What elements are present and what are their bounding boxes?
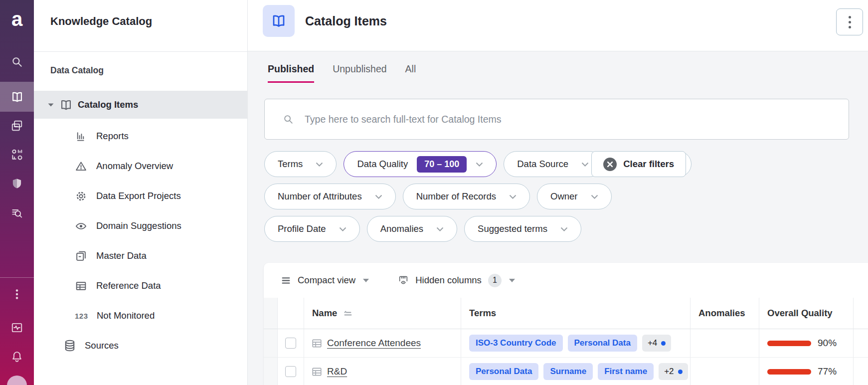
view-mode-dropdown[interactable]: Compact view: [281, 275, 369, 286]
row-gutter: [264, 329, 278, 358]
header-name: Name: [304, 298, 461, 329]
term-badge[interactable]: Surname: [543, 363, 593, 380]
tab-all[interactable]: All: [405, 63, 416, 83]
compact-list-icon: [281, 276, 291, 285]
rail-monitoring-item[interactable]: [0, 316, 34, 340]
catalog-item-link[interactable]: R&D: [327, 366, 347, 377]
rail-data-quality-item[interactable]: [0, 201, 34, 225]
tab-published[interactable]: Published: [268, 63, 314, 83]
filter-profile-date[interactable]: Profile Date: [264, 216, 360, 242]
rail-search-item[interactable]: [0, 50, 34, 74]
search-input[interactable]: [305, 114, 849, 125]
row-gutter: [264, 358, 278, 385]
catalog-table-card: Compact view Hidden columns 1: [264, 263, 868, 385]
sidebar-item-catalog-items[interactable]: Catalog Items: [34, 91, 248, 119]
hidden-columns-label: Hidden columns: [415, 275, 482, 286]
row-anomalies-cell: [691, 358, 759, 385]
open-book-icon: [59, 98, 73, 112]
kebab-menu-icon: [10, 288, 23, 301]
filter-owner[interactable]: Owner: [537, 184, 612, 209]
header-checkbox: [278, 298, 304, 329]
filter-number-of-attributes[interactable]: Number of Attributes: [264, 184, 396, 209]
app-logo[interactable]: a: [0, 6, 34, 32]
sidebar-item-not-monitored[interactable]: 123 Not Monitored: [34, 305, 248, 327]
table-row[interactable]: Conference Attendees ISO-3 Country Code …: [264, 329, 868, 358]
header-extra: [854, 298, 868, 329]
filter-data-source[interactable]: Data Source: [504, 151, 602, 177]
filter-data-quality[interactable]: Data Quality 70 – 100: [344, 151, 497, 177]
hidden-columns-count: 1: [488, 274, 502, 287]
sidebar-item-label: Anomaly Overview: [96, 161, 173, 172]
chevron-down-icon: [375, 194, 382, 199]
catalog-item-link[interactable]: Conference Attendees: [327, 338, 421, 349]
rail-policies-item[interactable]: [0, 172, 34, 195]
column-label: Anomalies: [698, 308, 745, 319]
sidebar-item-data-export-projects[interactable]: Data Export Projects: [34, 185, 248, 207]
search-rules-icon: [10, 207, 23, 220]
term-badge[interactable]: ISO-3 Country Code: [469, 335, 563, 352]
sidebar-item-sources[interactable]: Sources: [34, 335, 248, 357]
chevron-down-icon: [476, 162, 483, 167]
rail-notifications-item[interactable]: [0, 345, 34, 369]
header-terms: Terms: [461, 298, 691, 329]
numbers-123-icon: 123: [75, 312, 88, 320]
sidebar-item-anomaly-overview[interactable]: Anomaly Overview: [34, 155, 248, 177]
filter-value-badge: 70 – 100: [417, 156, 467, 173]
row-anomalies-cell: [691, 329, 759, 358]
page-header: Catalog Items: [248, 0, 868, 51]
filter-label: Suggested terms: [478, 223, 547, 234]
clear-filters-button[interactable]: Clear filters: [591, 151, 686, 177]
chevron-down-icon: [591, 194, 598, 199]
module-sidebar: Knowledge Catalog Data Catalog Catalog I…: [34, 0, 248, 385]
page-actions-button[interactable]: [836, 8, 863, 35]
rail-divider: [0, 277, 34, 278]
rail-more-item[interactable]: [0, 282, 34, 306]
chevron-down-icon: [560, 227, 568, 231]
filter-anomalies[interactable]: Anomalies: [367, 216, 457, 242]
rail-business-glossary-item[interactable]: [0, 143, 34, 167]
more-terms-badge[interactable]: +4: [642, 335, 671, 352]
sidebar-item-reports[interactable]: Reports: [34, 125, 248, 147]
sort-icon[interactable]: [344, 310, 354, 317]
filter-row-2: Number of Attributes Number of Records O…: [264, 184, 692, 209]
sidebar-item-label: Master Data: [96, 250, 147, 261]
table-row[interactable]: R&D Personal Data Surname First name +2 …: [264, 358, 868, 385]
open-book-icon: [271, 13, 287, 29]
database-icon: [63, 339, 77, 353]
filter-label: Anomalies: [380, 223, 423, 234]
more-terms-badge[interactable]: +2: [659, 363, 688, 380]
row-quality-cell: 90%: [759, 329, 854, 358]
term-badge[interactable]: Personal Data: [568, 335, 637, 352]
term-badge[interactable]: Personal Data: [469, 363, 538, 380]
table-toolbar: Compact view Hidden columns 1: [264, 263, 868, 298]
sidebar-item-reference-data[interactable]: Reference Data: [34, 275, 248, 297]
filter-number-of-records[interactable]: Number of Records: [403, 184, 530, 209]
header-gutter: [264, 298, 278, 329]
user-avatar[interactable]: [7, 376, 27, 385]
chevron-down-icon: [436, 227, 444, 231]
search-icon: [10, 55, 23, 68]
sidebar-item-master-data[interactable]: Master Data: [34, 245, 248, 267]
row-extra-cell: [854, 358, 868, 385]
header-overall-quality: Overall Quality: [759, 298, 854, 329]
row-extra-cell: [854, 329, 868, 358]
hidden-columns-dropdown[interactable]: Hidden columns 1: [398, 274, 515, 287]
tab-unpublished[interactable]: Unpublished: [333, 63, 386, 83]
chevron-down-icon[interactable]: [47, 103, 54, 107]
dropdown-arrow-icon: [363, 279, 369, 282]
rail-documents-item[interactable]: [0, 114, 34, 138]
row-checkbox[interactable]: [285, 338, 296, 349]
sidebar-item-domain-suggestions[interactable]: Domain Suggestions: [34, 215, 248, 237]
sidebar-item-label: Reference Data: [96, 280, 161, 291]
monitor-pulse-icon: [10, 321, 23, 334]
quality-bar: [767, 341, 811, 346]
chevron-down-icon: [316, 162, 323, 167]
row-checkbox[interactable]: [285, 366, 296, 377]
gear-icon: [75, 190, 87, 202]
term-badge[interactable]: First name: [598, 363, 654, 380]
chevron-down-icon: [339, 227, 347, 231]
filter-suggested-terms[interactable]: Suggested terms: [464, 216, 581, 242]
rail-catalog-item[interactable]: [0, 82, 34, 112]
shield-icon: [10, 177, 23, 190]
filter-terms[interactable]: Terms: [264, 151, 337, 177]
